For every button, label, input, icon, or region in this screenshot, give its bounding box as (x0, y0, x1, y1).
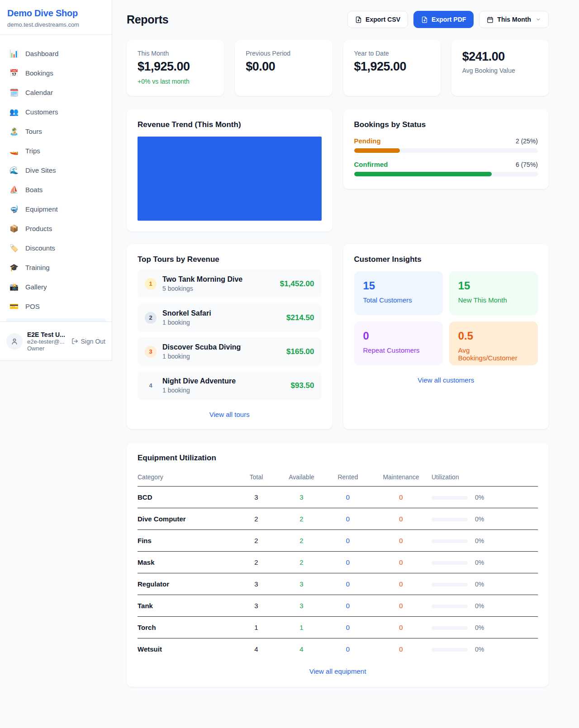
equipment-maintenance: 0 (370, 530, 432, 552)
equipment-utilization: 0% (432, 530, 538, 552)
tour-revenue: $93.50 (291, 381, 314, 390)
package-icon: 📦 (9, 224, 19, 233)
equipment-maintenance: 0 (370, 487, 432, 508)
equipment-available: 2 (278, 530, 325, 552)
speedboat-icon: 🚤 (9, 147, 19, 155)
equipment-maintenance: 0 (370, 595, 432, 617)
camera-icon: 📸 (9, 283, 19, 291)
utilization-bar (432, 561, 468, 565)
column-header: Rented (325, 469, 370, 487)
utilization-percent: 0% (475, 559, 484, 566)
diving-mask-icon: 🤿 (9, 205, 19, 213)
stat-value: $0.00 (246, 60, 321, 74)
insight-label: New This Month (458, 296, 529, 304)
equipment-rented: 0 (325, 617, 370, 638)
stat-label: This Month (138, 50, 213, 57)
status-bar-fill (354, 172, 492, 176)
tour-info: Snorkel Safari1 booking (162, 309, 211, 326)
status-label: Pending (354, 137, 381, 145)
stat-value: $1,925.00 (138, 60, 213, 74)
sidebar-user-footer: E2E Test U... e2e-tester@... Owner Sign … (0, 321, 112, 360)
sidebar-item-discounts[interactable]: 🏷️Discounts (5, 238, 107, 258)
utilization-bar (432, 496, 468, 500)
table-row: Torch11000% (138, 617, 538, 638)
sidebar-item-gallery[interactable]: 📸Gallery (5, 277, 107, 297)
status-row-confirmed: Confirmed6 (75%) (354, 161, 538, 176)
equipment-total: 2 (235, 530, 278, 552)
sidebar-item-calendar[interactable]: 🗓️Calendar (5, 83, 107, 102)
sidebar-item-products[interactable]: 📦Products (5, 219, 107, 238)
sidebar-item-boats[interactable]: ⛵Boats (5, 180, 107, 199)
equipment-category: Regulator (138, 573, 235, 595)
equipment-utilization: 0% (432, 552, 538, 573)
view-all-tours-link[interactable]: View all tours (138, 411, 322, 418)
stat-card-previous-period: Previous Period $0.00 (235, 40, 332, 96)
tour-row[interactable]: 2Snorkel Safari1 booking$214.50 (138, 303, 322, 332)
column-header: Maintenance (370, 469, 432, 487)
tour-row[interactable]: 3Discover Scuba Diving1 booking$165.00 (138, 337, 322, 366)
column-header: Available (278, 469, 325, 487)
equipment-rented: 0 (325, 595, 370, 617)
utilization-percent: 0% (475, 646, 484, 653)
equipment-utilization: 0% (432, 487, 538, 508)
utilization-percent: 0% (475, 624, 484, 631)
sidebar: Demo Dive Shop demo.test.divestreams.com… (0, 0, 112, 361)
sidebar-item-label: Products (25, 225, 52, 232)
avatar (6, 333, 23, 350)
tour-rank-badge: 4 (145, 380, 157, 392)
bookings-by-status-title: Bookings by Status (354, 120, 538, 129)
export-csv-button[interactable]: Export CSV (347, 11, 408, 28)
stat-card-avg-booking-value: $241.00 Avg Booking Value (451, 40, 549, 96)
file-download-icon (355, 16, 362, 23)
sidebar-active-item-partial[interactable] (5, 318, 106, 321)
equipment-available: 3 (278, 487, 325, 508)
status-value: 6 (75%) (516, 161, 538, 168)
status-row-head: Pending2 (25%) (354, 137, 538, 145)
equipment-total: 4 (235, 638, 278, 657)
sidebar-item-training[interactable]: 🎓Training (5, 258, 107, 277)
sidebar-item-label: Gallery (25, 283, 47, 291)
insight-value: 15 (458, 279, 529, 292)
sign-out-button[interactable]: Sign Out (71, 338, 105, 345)
view-all-equipment-link[interactable]: View all equipment (138, 667, 538, 675)
status-bar-track (354, 172, 538, 176)
sidebar-item-dashboard[interactable]: 📊Dashboard (5, 44, 107, 63)
equipment-category: Mask (138, 552, 235, 573)
utilization-bar (432, 605, 468, 608)
insight-tile-repeat-customers: 0 Repeat Customers (354, 321, 443, 365)
user-role: Owner (27, 345, 65, 352)
top-tours-title: Top Tours by Revenue (138, 255, 322, 264)
equipment-rented: 0 (325, 487, 370, 508)
equipment-available: 3 (278, 595, 325, 617)
sidebar-header: Demo Dive Shop demo.test.divestreams.com (0, 0, 112, 35)
sidebar-item-label: Dive Sites (25, 166, 56, 174)
view-all-customers-link[interactable]: View all customers (354, 376, 538, 384)
equipment-category: Torch (138, 617, 235, 638)
sidebar-item-equipment[interactable]: 🤿Equipment (5, 199, 107, 219)
sidebar-item-customers[interactable]: 👥Customers (5, 102, 107, 122)
utilization-bar (432, 583, 468, 586)
sidebar-item-label: Tours (25, 128, 42, 135)
sidebar-item-dive-sites[interactable]: 🌊Dive Sites (5, 161, 107, 180)
customer-insights-title: Customer Insights (354, 255, 538, 264)
sidebar-item-pos[interactable]: 💳POS (5, 297, 107, 316)
period-select[interactable]: This Month (479, 11, 549, 28)
file-download-icon (421, 16, 428, 23)
sidebar-item-label: Equipment (25, 205, 58, 213)
stat-card-this-month: This Month $1,925.00 +0% vs last month (127, 40, 224, 96)
tour-row[interactable]: 4Night Dive Adventure1 booking$93.50 (138, 371, 322, 400)
tour-name: Discover Scuba Diving (162, 343, 241, 351)
equipment-maintenance: 0 (370, 552, 432, 573)
tour-row[interactable]: 1Two Tank Morning Dive5 bookings$1,452.0… (138, 269, 322, 298)
sidebar-item-bookings[interactable]: 📅Bookings (5, 63, 107, 83)
user-name: E2E Test U... (27, 331, 65, 338)
equipment-maintenance: 0 (370, 508, 432, 530)
insight-value: 0.5 (458, 330, 529, 342)
sidebar-item-tours[interactable]: 🏝️Tours (5, 122, 107, 141)
equipment-available: 1 (278, 617, 325, 638)
sidebar-item-trips[interactable]: 🚤Trips (5, 141, 107, 161)
revenue-trend-card: Revenue Trend (This Month) (127, 109, 332, 232)
sidebar-item-label: POS (25, 303, 40, 310)
sidebar-item-label: Dashboard (25, 50, 58, 57)
export-pdf-button[interactable]: Export PDF (413, 11, 474, 28)
